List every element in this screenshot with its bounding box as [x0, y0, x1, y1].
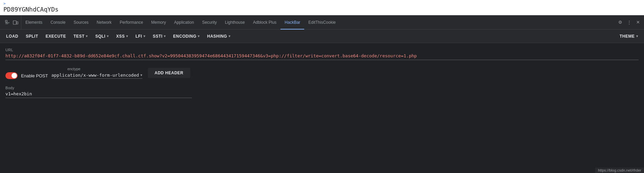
- hashing-label: HASHING: [207, 34, 227, 39]
- ssti-toolbar-button[interactable]: SSTI▾: [149, 32, 169, 41]
- enctype-row: enctype Enable POST application/x-www-fo…: [5, 67, 639, 79]
- script-indicator: >: [3, 1, 641, 6]
- ssti-arrow-icon: ▾: [164, 34, 166, 38]
- devtools-tab-performance[interactable]: Performance: [116, 16, 147, 30]
- devtools-tab-editthiscookie[interactable]: EditThisCookie: [304, 16, 340, 30]
- lfi-arrow-icon: ▾: [143, 34, 145, 38]
- url-value[interactable]: http://a832f04f-01f7-4832-b89d-dd652e84e…: [5, 53, 639, 60]
- top-bar: > PD89YGNhdCAqYDs: [0, 0, 644, 15]
- test-arrow-icon: ▾: [86, 34, 88, 38]
- enable-post-label: Enable POST: [21, 73, 48, 78]
- devtools-tab-security[interactable]: Security: [198, 16, 221, 30]
- svg-rect-3: [13, 21, 16, 24]
- devtools-tab-adblock[interactable]: Adblock Plus: [249, 16, 280, 30]
- sqli-label: SQLI: [95, 34, 105, 39]
- test-label: TEST: [74, 34, 85, 39]
- device-toggle-icon[interactable]: [12, 19, 19, 26]
- devtools-icon-group: [2, 15, 21, 29]
- hashing-toolbar-button[interactable]: HASHING▾: [204, 32, 234, 41]
- encoding-toolbar-button[interactable]: ENCODING▾: [170, 32, 203, 41]
- lfi-toolbar-button[interactable]: LFI▾: [132, 32, 149, 41]
- load-toolbar-button[interactable]: LOAD: [3, 32, 22, 41]
- load-label: LOAD: [6, 34, 18, 39]
- encoding-arrow-icon: ▾: [198, 34, 200, 38]
- devtools-tabs-container: ElementsConsoleSourcesNetworkPerformance…: [21, 15, 340, 29]
- devtools-tab-hackbar[interactable]: HackBar: [280, 16, 304, 30]
- sqli-toolbar-button[interactable]: SQLI▾: [92, 32, 112, 41]
- theme-arrow-icon: ▾: [636, 34, 638, 38]
- settings-icon[interactable]: ⚙: [617, 19, 624, 26]
- devtools-tab-network[interactable]: Network: [93, 16, 116, 30]
- devtools-tab-console[interactable]: Console: [46, 16, 70, 30]
- svg-rect-0: [5, 20, 7, 22]
- body-section: Body v1=hex2bin: [5, 86, 639, 98]
- enctype-group: enctype Enable POST application/x-www-fo…: [5, 67, 142, 79]
- inspect-icon[interactable]: [4, 19, 11, 26]
- toolbar-buttons-group: LOADSPLITEXECUTETEST▾SQLI▾XSS▾LFI▾SSTI▾E…: [3, 32, 234, 41]
- add-header-button[interactable]: ADD HEADER: [148, 68, 190, 78]
- execute-label: EXECUTE: [46, 34, 66, 39]
- devtools-tab-elements[interactable]: Elements: [21, 16, 46, 30]
- status-url: https://blog.csdn.net/rfrder: [598, 168, 641, 172]
- encoding-label: ENCODING: [173, 34, 197, 39]
- devtools-tab-sources[interactable]: Sources: [70, 16, 93, 30]
- hackbar-toolbar: LOADSPLITEXECUTETEST▾SQLI▾XSS▾LFI▾SSTI▾E…: [0, 30, 644, 43]
- more-options-icon[interactable]: ⋮: [626, 19, 632, 26]
- sqli-arrow-icon: ▾: [107, 34, 109, 38]
- devtools-tab-application[interactable]: Application: [170, 16, 198, 30]
- hackbar-content: URL http://a832f04f-01f7-4832-b89d-dd652…: [0, 43, 644, 103]
- split-label: SPLIT: [26, 34, 38, 39]
- xss-toolbar-button[interactable]: XSS▾: [113, 32, 131, 41]
- page-title: PD89YGNhdCAqYDs: [3, 6, 641, 13]
- enctype-dropdown-arrow-icon: ▾: [140, 73, 142, 77]
- devtools-tab-lighthouse[interactable]: Lighthouse: [221, 16, 249, 30]
- body-label: Body: [5, 86, 639, 90]
- lfi-label: LFI: [135, 34, 142, 39]
- devtools-tabs-bar: ElementsConsoleSourcesNetworkPerformance…: [0, 15, 644, 30]
- hashing-arrow-icon: ▾: [229, 34, 231, 38]
- ssti-label: SSTI: [153, 34, 162, 39]
- devtools-right-icons: ⚙ ⋮ ✕: [614, 15, 644, 29]
- test-toolbar-button[interactable]: TEST▾: [70, 32, 91, 41]
- tab-spacer: [340, 15, 614, 29]
- enctype-label: enctype: [5, 67, 142, 71]
- theme-button[interactable]: THEME ▾: [616, 32, 641, 41]
- split-toolbar-button[interactable]: SPLIT: [22, 32, 42, 41]
- xss-label: XSS: [116, 34, 125, 39]
- devtools-tab-memory[interactable]: Memory: [147, 16, 170, 30]
- toggle-knob: [12, 73, 17, 78]
- url-label: URL: [5, 48, 639, 52]
- svg-rect-4: [17, 22, 18, 24]
- xss-arrow-icon: ▾: [126, 34, 128, 38]
- body-value[interactable]: v1=hex2bin: [5, 91, 192, 98]
- enable-post-toggle[interactable]: [5, 72, 18, 79]
- enctype-select-value: application/x-www-form-urlencoded: [52, 73, 139, 78]
- execute-toolbar-button[interactable]: EXECUTE: [42, 32, 70, 41]
- close-devtools-icon[interactable]: ✕: [635, 19, 641, 26]
- enctype-controls: Enable POST application/x-www-form-urlen…: [5, 72, 142, 79]
- url-section: URL http://a832f04f-01f7-4832-b89d-dd652…: [5, 48, 639, 60]
- enctype-select-wrapper[interactable]: application/x-www-form-urlencoded ▾: [52, 73, 142, 79]
- status-bar: https://blog.csdn.net/rfrder: [595, 168, 644, 173]
